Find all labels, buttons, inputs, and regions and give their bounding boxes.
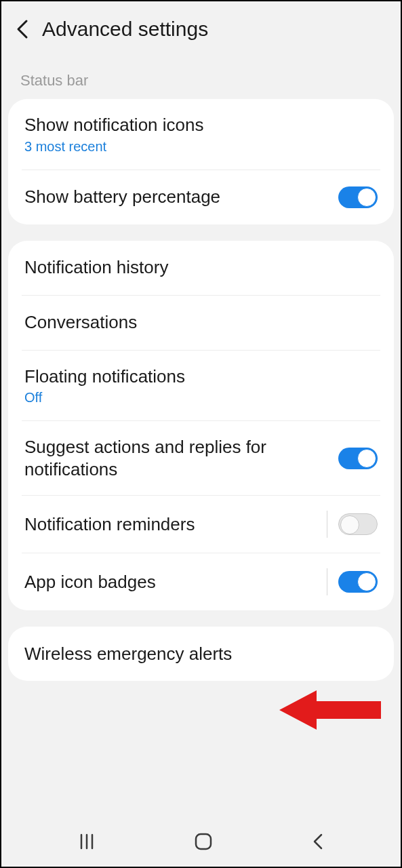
- vertical-divider: [327, 568, 327, 595]
- settings-group-status-bar: Show notification icons 3 most recent Sh…: [8, 99, 394, 224]
- row-title: Notification reminders: [24, 513, 321, 536]
- row-notification-history[interactable]: Notification history: [8, 241, 394, 295]
- row-notification-reminders[interactable]: Notification reminders: [8, 496, 394, 553]
- row-subtitle: 3 most recent: [24, 139, 378, 155]
- row-title: Show battery percentage: [24, 186, 338, 208]
- row-show-battery-percentage[interactable]: Show battery percentage: [8, 170, 394, 224]
- recents-icon[interactable]: [77, 832, 96, 854]
- back-nav-icon[interactable]: [310, 832, 325, 854]
- home-icon[interactable]: [193, 831, 214, 854]
- device-frame: Advanced settings Status bar Show notifi…: [0, 0, 402, 868]
- row-suggest-actions[interactable]: Suggest actions and replies for notifica…: [8, 421, 394, 495]
- row-title: Suggest actions and replies for notifica…: [24, 436, 338, 480]
- toggle-knob: [357, 572, 376, 591]
- row-conversations[interactable]: Conversations: [8, 296, 394, 350]
- row-subtitle: Off: [24, 390, 378, 406]
- toggle-show-battery-percentage[interactable]: [338, 186, 378, 208]
- header: Advanced settings: [1, 1, 401, 47]
- row-title: Notification history: [24, 256, 378, 279]
- toggle-notification-reminders[interactable]: [338, 513, 378, 535]
- row-show-notification-icons[interactable]: Show notification icons 3 most recent: [8, 99, 394, 170]
- section-label-status-bar: Status bar: [1, 47, 401, 96]
- toggle-knob: [357, 449, 376, 468]
- toggle-knob: [357, 188, 376, 207]
- toggle-suggest-actions[interactable]: [338, 448, 378, 469]
- row-title: Conversations: [24, 311, 378, 334]
- row-title: App icon badges: [24, 571, 321, 593]
- row-app-icon-badges[interactable]: App icon badges: [8, 553, 394, 610]
- toggle-app-icon-badges[interactable]: [338, 571, 378, 593]
- row-floating-notifications[interactable]: Floating notifications Off: [8, 351, 394, 421]
- annotation-arrow-icon: [279, 686, 381, 736]
- vertical-divider: [327, 511, 327, 538]
- row-title: Wireless emergency alerts: [24, 643, 378, 665]
- settings-group-alerts: Wireless emergency alerts: [8, 627, 394, 681]
- row-wireless-emergency-alerts[interactable]: Wireless emergency alerts: [8, 627, 394, 681]
- back-icon[interactable]: [15, 18, 30, 40]
- page-title: Advanced settings: [42, 18, 208, 41]
- toggle-knob: [340, 515, 359, 534]
- settings-group-notifications: Notification history Conversations Float…: [8, 241, 394, 611]
- svg-marker-0: [279, 690, 381, 730]
- navigation-bar: [1, 819, 401, 867]
- svg-rect-4: [196, 834, 211, 849]
- row-title: Show notification icons: [24, 114, 378, 136]
- row-title: Floating notifications: [24, 366, 378, 388]
